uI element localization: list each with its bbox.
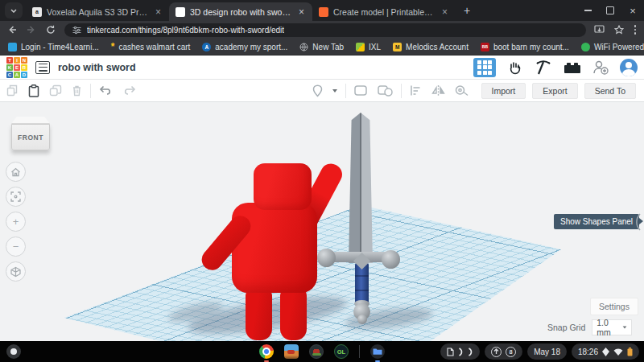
bookmark-melodics[interactable]: M Melodics Account [393,43,469,51]
logo-tile: E [14,64,20,71]
tab-close-icon[interactable]: × [154,6,163,18]
voxelab-favicon: a [32,7,42,17]
chrome-app-icon[interactable] [259,344,274,359]
update-arrow-icon [491,347,502,357]
design-menu-icon[interactable] [35,61,50,74]
date-label: May 18 [534,348,560,356]
minimize-icon[interactable] [583,6,592,15]
launcher-button[interactable] [6,344,21,359]
duplicate-icon[interactable] [49,84,62,97]
notification-icons-pill[interactable] [440,343,480,360]
fit-view-icon [10,191,21,202]
bookmark-star-icon[interactable] [613,24,625,35]
gl-app-icon[interactable]: GL [334,344,349,359]
bookmark-academy[interactable]: A academy my sport... [202,43,287,51]
align-icon[interactable] [410,84,422,97]
fit-view-button[interactable] [6,187,26,207]
design-title[interactable]: robo with sword [58,62,136,73]
bricks-icon[interactable] [564,61,581,74]
new-tab-button[interactable]: + [459,2,475,19]
file-notification-icon [447,348,454,356]
bootbarn-favicon: BB [481,43,489,51]
racing-game-app-icon[interactable] [284,344,299,359]
maximize-icon[interactable] [605,6,615,15]
omnibox[interactable]: tinkercad.com/things/8pl9nt6dbkm-robo-wi… [64,23,586,37]
collaborate-icon[interactable] [592,60,609,76]
tab-printables[interactable]: Create model | Printables.com × [312,2,456,21]
robot-head[interactable] [254,163,312,210]
notification-count-badge: 8 [506,347,516,357]
mirror-icon[interactable] [431,84,445,97]
bookmark-label: academy my sport... [215,43,287,51]
sword-blade[interactable] [349,113,373,263]
status-pill[interactable]: 18:26 [572,343,639,360]
bookmark-time4learning[interactable]: Login - Time4Learni... [8,43,99,51]
perspective-toggle-button[interactable] [6,261,26,282]
view-cube-front[interactable]: FRONT [11,124,50,150]
delete-icon[interactable] [72,84,82,97]
site-settings-icon[interactable] [72,26,81,35]
sword-pommel-tip[interactable] [357,315,367,324]
import-button[interactable]: Import [481,83,526,99]
launcher-icon [10,348,17,355]
tab-voxelab[interactable]: a Voxelab Aquila S3 3D Printer × [26,2,169,21]
design-canvas[interactable]: FRONT + − Show Shapes Panel Settings Sna… [0,102,644,341]
export-button[interactable]: Export [532,83,577,99]
notification-badges-pill[interactable]: 8 [485,343,522,360]
academy-favicon: A [202,43,211,51]
browser-menu-icon[interactable] [633,25,638,35]
tab-tinkercad[interactable]: 3D design robo with sword - Ti × [169,2,312,21]
view-cube[interactable]: FRONT [11,117,50,150]
ruler-icon[interactable] [455,84,469,97]
avatar[interactable] [620,59,638,76]
sword-guard-ball-left[interactable] [317,249,336,267]
sword-guard-ball-right[interactable] [382,250,400,269]
tab-search-button[interactable] [5,2,23,19]
zoom-in-button[interactable]: + [6,212,26,232]
install-app-icon[interactable] [594,24,605,35]
files-app-icon[interactable] [370,344,385,359]
zoom-out-button[interactable]: − [6,237,26,257]
bookmark-walmart[interactable]: * cashes walmart cart [111,43,191,51]
undo-icon[interactable] [99,85,113,96]
view-cube-top[interactable] [11,117,50,124]
send-to-button[interactable]: Send To [584,83,636,99]
tab-close-icon[interactable]: × [297,6,306,18]
tinkercad-header: T I N K E R C A D robo with sword [0,56,644,80]
blocks-pickaxe-icon[interactable] [535,60,552,76]
reload-icon[interactable] [45,24,56,35]
forward-icon[interactable] [26,24,37,35]
group-icon[interactable] [378,84,393,97]
monster-truck-game-app-icon[interactable] [309,344,324,359]
sim-lab-icon[interactable] [507,60,523,76]
snap-grid-control: Snap Grid 1.0 mm [547,319,632,335]
globe-icon [299,43,308,51]
robot-right-leg[interactable] [280,287,307,340]
copy-icon[interactable] [6,84,19,97]
paste-icon[interactable] [28,84,39,97]
shape-icon[interactable] [354,84,368,97]
show-panel-chevron-icon[interactable] [634,213,642,231]
bookmark-ixl[interactable]: IXL [356,43,381,51]
url-text[interactable]: tinkercad.com/things/8pl9nt6dbkm-robo-wi… [87,26,284,35]
bookmark-new-tab[interactable]: New Tab [299,43,344,51]
bookmark-label: IXL [369,43,381,51]
tinkercad-logo[interactable]: T I N K E R C A D [6,57,27,78]
mode-3d-button[interactable] [473,58,496,77]
back-icon[interactable] [6,24,18,35]
bookmark-bootbarn[interactable]: BB boot barn my count... [481,43,569,51]
snap-grid-caret-icon [623,326,627,328]
snap-grid-dropdown[interactable]: 1.0 mm [592,319,632,335]
date-pill[interactable]: May 18 [527,343,567,360]
workplane-caret-icon[interactable] [332,89,337,93]
melodics-favicon: M [393,43,402,51]
robot-left-leg[interactable] [246,287,272,340]
chevron-down-icon [10,9,17,13]
bookmark-wifi[interactable]: WiFi Powered by Te... [581,43,644,51]
redo-icon[interactable] [122,85,136,96]
tab-close-icon[interactable]: × [440,6,449,18]
workplane-pin-icon[interactable] [312,84,323,97]
close-window-icon[interactable]: × [628,6,638,15]
home-view-button[interactable] [6,162,26,182]
settings-button[interactable]: Settings [590,298,638,315]
